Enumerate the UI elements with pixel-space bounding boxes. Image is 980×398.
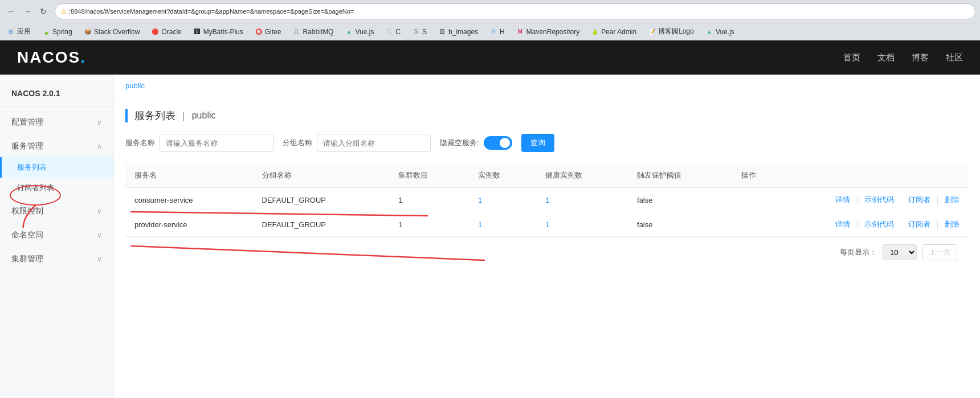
service-name-label: 服务名称 bbox=[125, 138, 155, 148]
action-订阅者[interactable]: 订阅者 bbox=[908, 219, 930, 229]
action-separator: ｜ bbox=[897, 195, 905, 205]
toggle-slider bbox=[484, 136, 512, 150]
nav-item[interactable]: 社区 bbox=[946, 50, 963, 65]
cell-3[interactable]: 1 bbox=[469, 212, 536, 237]
sidebar-section-配置管理[interactable]: 配置管理∨ bbox=[0, 112, 113, 133]
cell-0: consumer-service bbox=[125, 188, 253, 212]
bookmark-item[interactable]: 🐰RabbitMQ bbox=[290, 27, 336, 37]
cell-2: 1 bbox=[389, 188, 469, 212]
action-separator: ｜ bbox=[934, 195, 941, 205]
actions-cell: 详情｜示例代码｜订阅者｜删除 bbox=[732, 188, 969, 212]
action-订阅者[interactable]: 订阅者 bbox=[908, 195, 930, 205]
reload-button[interactable]: ↻ bbox=[36, 5, 50, 18]
actions-cell: 详情｜示例代码｜订阅者｜删除 bbox=[732, 212, 969, 237]
sidebar-item-订阅者列表[interactable]: 订阅者列表 bbox=[0, 178, 113, 198]
bookmark-item[interactable]: 📝博客园Logo bbox=[646, 26, 696, 38]
instance-link[interactable]: 1 bbox=[545, 196, 549, 204]
bookmark-item[interactable]: 🅱MyBatis-Plus bbox=[191, 27, 246, 37]
bookmarks-bar: ⊞应用🍃Spring📦Stack Overflow🔴Oracle🅱MyBatis… bbox=[0, 23, 980, 40]
action-删除[interactable]: 删除 bbox=[945, 195, 959, 205]
bookmark-item[interactable]: 🍐Pear Admin bbox=[589, 27, 639, 37]
service-name-input[interactable] bbox=[160, 134, 273, 152]
action-separator: ｜ bbox=[897, 219, 905, 229]
instance-link[interactable]: 1 bbox=[478, 220, 482, 229]
group-name-filter: 分组名称 bbox=[283, 134, 431, 152]
group-name-input[interactable] bbox=[317, 134, 431, 152]
cell-4[interactable]: 1 bbox=[536, 212, 628, 237]
instance-link[interactable]: 1 bbox=[478, 196, 482, 204]
nav-item[interactable]: 首页 bbox=[843, 50, 860, 65]
browser-chrome: ← → ↻ ⚠ :8848/nacos/#/serviceManagement?… bbox=[0, 0, 980, 40]
col-header-分组名称: 分组名称 bbox=[253, 163, 390, 188]
pagination-bar: 每页显示： 102050100 上一页 bbox=[125, 237, 969, 267]
cell-3[interactable]: 1 bbox=[469, 188, 536, 212]
action-详情[interactable]: 详情 bbox=[835, 219, 850, 229]
group-name-label: 分组名称 bbox=[283, 138, 312, 148]
url-text: :8848/nacos/#/serviceManagement?dataId=&… bbox=[69, 8, 354, 15]
table-body: consumer-serviceDEFAULT_GROUP111false详情｜… bbox=[125, 188, 969, 237]
sidebar-section-集群管理[interactable]: 集群管理∨ bbox=[0, 248, 113, 270]
address-bar[interactable]: ⚠ :8848/nacos/#/serviceManagement?dataId… bbox=[55, 3, 975, 19]
query-button[interactable]: 查询 bbox=[521, 134, 554, 152]
hide-service-filter: 隐藏空服务: bbox=[440, 136, 512, 150]
action-示例代码[interactable]: 示例代码 bbox=[864, 195, 894, 205]
bookmark-item[interactable]: ⭕Gitee bbox=[252, 27, 284, 37]
page-content: 服务列表 | public 服务名称 分组名称 隐藏空服务: bbox=[114, 97, 980, 278]
action-详情[interactable]: 详情 bbox=[835, 195, 850, 205]
nacos-header: NACOS. 首页文档博客社区 bbox=[0, 40, 980, 75]
cell-2: 1 bbox=[389, 212, 469, 237]
breadcrumb-link[interactable]: public bbox=[125, 81, 145, 90]
page-size-label: 每页显示： bbox=[840, 247, 877, 257]
action-示例代码[interactable]: 示例代码 bbox=[864, 219, 894, 229]
sidebar-section: 权限控制∨ bbox=[0, 200, 113, 222]
table-row: consumer-serviceDEFAULT_GROUP111false详情｜… bbox=[125, 188, 969, 212]
bookmark-item[interactable]: CC bbox=[383, 27, 403, 37]
bookmark-item[interactable]: 🍃Spring bbox=[40, 27, 75, 37]
action-删除[interactable]: 删除 bbox=[945, 219, 959, 229]
col-header-实例数: 实例数 bbox=[469, 163, 536, 188]
sidebar-section: 集群管理∨ bbox=[0, 248, 113, 270]
sidebar-section-服务管理[interactable]: 服务管理∧ bbox=[0, 136, 113, 157]
hide-service-toggle[interactable] bbox=[484, 136, 512, 150]
action-separator: ｜ bbox=[934, 219, 941, 229]
nav-buttons: ← → ↻ bbox=[5, 5, 50, 18]
cell-4[interactable]: 1 bbox=[536, 188, 628, 212]
cell-1: DEFAULT_GROUP bbox=[253, 212, 390, 237]
page-title: 服务列表 bbox=[134, 109, 175, 122]
forward-button[interactable]: → bbox=[21, 5, 34, 18]
bookmark-item[interactable]: ⊞应用 bbox=[5, 26, 33, 38]
sidebar-section-权限控制[interactable]: 权限控制∨ bbox=[0, 200, 113, 222]
action-separator: ｜ bbox=[854, 219, 861, 229]
bookmark-item[interactable]: MMavenRepository bbox=[514, 27, 582, 37]
bookmark-item[interactable]: 🔴Oracle bbox=[149, 27, 183, 37]
sidebar-item-服务列表[interactable]: 服务列表 bbox=[0, 157, 113, 178]
cell-5: false bbox=[628, 188, 732, 212]
service-name-filter: 服务名称 bbox=[125, 134, 273, 152]
instance-link[interactable]: 1 bbox=[545, 220, 549, 229]
page-subtitle: public bbox=[192, 110, 216, 121]
sidebar-section: 命名空间∨ bbox=[0, 224, 113, 246]
bookmark-item[interactable]: SS bbox=[410, 27, 429, 37]
sidebar-section-命名空间[interactable]: 命名空间∨ bbox=[0, 224, 113, 246]
page-size-select[interactable]: 102050100 bbox=[883, 244, 917, 260]
header-row: 服务名分组名称集群数目实例数健康实例数触发保护阈值操作 bbox=[125, 163, 969, 188]
filter-bar: 服务名称 分组名称 隐藏空服务: 查询 bbox=[125, 134, 969, 152]
nav-item[interactable]: 文档 bbox=[877, 50, 895, 65]
cell-0: provider-service bbox=[125, 212, 253, 237]
bookmark-item[interactable]: 🖼b_images bbox=[436, 27, 480, 37]
cell-5: false bbox=[628, 212, 732, 237]
sidebar-section: 服务管理∧服务列表订阅者列表 bbox=[0, 136, 113, 198]
security-icon: ⚠ bbox=[61, 8, 67, 15]
col-header-集群数目: 集群数目 bbox=[389, 163, 469, 188]
col-header-操作: 操作 bbox=[732, 163, 969, 188]
bookmark-item[interactable]: 📦Stack Overflow bbox=[81, 27, 142, 37]
sidebar-section: 配置管理∨ bbox=[0, 112, 113, 133]
nav-item[interactable]: 博客 bbox=[912, 50, 929, 65]
back-button[interactable]: ← bbox=[5, 5, 18, 18]
bookmark-item[interactable]: ▲Vue.js bbox=[703, 27, 737, 37]
sidebar-version: NACOS 2.0.1 bbox=[0, 80, 113, 107]
col-header-健康实例数: 健康实例数 bbox=[536, 163, 628, 188]
bookmark-item[interactable]: HH bbox=[487, 27, 507, 37]
bookmark-item[interactable]: ▲Vue.js bbox=[342, 27, 376, 37]
prev-page-button[interactable]: 上一页 bbox=[922, 244, 957, 260]
